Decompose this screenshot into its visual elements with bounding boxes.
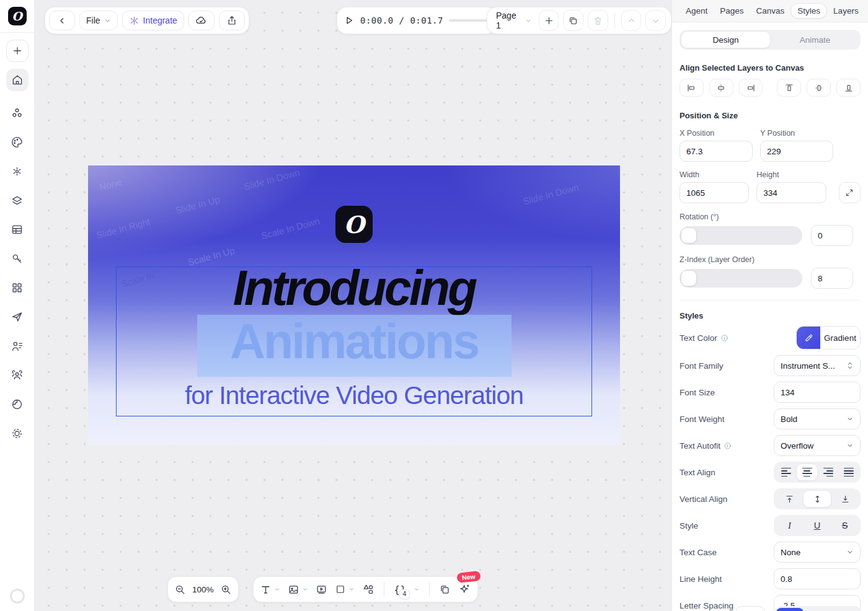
text-color-button[interactable]: Gradient [796, 326, 861, 349]
shape-tool[interactable] [335, 584, 355, 595]
video-tool[interactable] [316, 584, 327, 596]
sidebar-item-share[interactable] [10, 309, 25, 324]
duplicate-tool[interactable] [439, 584, 451, 596]
height-field[interactable] [756, 182, 826, 203]
zindex-field[interactable] [811, 268, 853, 289]
vertical-align-middle-button[interactable] [803, 490, 831, 508]
image-tool[interactable] [288, 584, 308, 596]
share-button[interactable] [219, 11, 245, 30]
add-page-button[interactable] [539, 10, 559, 31]
rotation-slider[interactable] [680, 226, 802, 245]
sidebar-item-apps[interactable] [10, 280, 25, 295]
vertical-align-top-button[interactable] [776, 490, 803, 508]
x-position-field[interactable] [680, 141, 753, 162]
align-center-horizontal-button[interactable] [709, 79, 733, 97]
integrate-sparkle-icon [129, 15, 140, 26]
sidebar-item-home[interactable] [6, 69, 29, 91]
app-logo-glyph: O [12, 9, 22, 23]
playback-progress-bar[interactable] [449, 19, 487, 22]
file-menu-button[interactable]: File [79, 11, 118, 30]
duplicate-page-button[interactable] [563, 10, 583, 31]
chevron-down-icon[interactable] [274, 586, 280, 592]
zoom-in-icon[interactable] [220, 584, 232, 596]
rotation-field[interactable] [811, 225, 853, 246]
rotation-slider-thumb[interactable] [681, 227, 697, 244]
sidebar-item-palette[interactable] [10, 134, 25, 149]
move-page-down-button[interactable] [645, 10, 666, 31]
tab-layers[interactable]: Layers [827, 4, 865, 18]
zindex-slider-thumb[interactable] [681, 270, 697, 286]
sidebar-item-settings[interactable] [10, 426, 25, 441]
italic-button[interactable]: I [776, 517, 804, 534]
tab-canvas[interactable]: Canvas [750, 4, 791, 18]
text-autofit-select[interactable]: Overflow [774, 435, 861, 456]
tab-pages[interactable]: Pages [714, 4, 750, 18]
chevron-down-icon[interactable] [414, 586, 420, 592]
app-logo[interactable]: O [8, 7, 27, 25]
sidebar-item-team[interactable] [10, 367, 25, 382]
canvas-workspace[interactable]: File Integrate 0:00.0 / 0:01.7 [35, 0, 671, 611]
width-label: Width [680, 170, 749, 179]
text-case-select[interactable]: None [774, 542, 861, 563]
font-family-select[interactable]: Instrument S... [774, 355, 861, 376]
chevron-left-icon [58, 16, 67, 25]
zoom-level[interactable]: 100% [192, 585, 214, 594]
layer-selection-outline[interactable] [116, 266, 592, 416]
width-field[interactable] [680, 182, 749, 203]
align-center-vertical-button[interactable] [807, 79, 831, 97]
sidebar-item-access[interactable] [10, 251, 25, 266]
sidebar-item-effects[interactable] [10, 164, 25, 178]
chevron-down-icon[interactable] [302, 586, 308, 592]
text-tool[interactable] [260, 584, 280, 596]
zoom-out-icon[interactable] [174, 584, 186, 596]
play-icon[interactable] [343, 15, 355, 26]
strikethrough-button[interactable]: S [831, 517, 859, 534]
align-text-right-icon [823, 468, 833, 477]
sidebar-item-table[interactable] [10, 222, 25, 237]
delete-page-button[interactable] [588, 10, 608, 31]
font-weight-select[interactable]: Bold [774, 408, 861, 429]
ai-magic-tool[interactable]: New [458, 583, 471, 596]
integrate-button[interactable]: Integrate [122, 11, 184, 30]
elements-tool[interactable] [362, 583, 374, 596]
slide-logo[interactable]: O [335, 206, 373, 243]
layers-icon [11, 194, 24, 207]
zindex-slider[interactable] [680, 269, 802, 288]
text-align-right-button[interactable] [818, 464, 838, 481]
cloud-sync-button[interactable] [188, 11, 215, 30]
position-size-title: Position & Size [680, 111, 861, 120]
text-align-center-button[interactable] [796, 464, 818, 481]
player-bar: 0:00.0 / 0:01.7 [337, 7, 497, 34]
sidebar-item-layers[interactable] [10, 193, 25, 208]
align-top-button[interactable] [777, 79, 801, 97]
slide-canvas[interactable]: None Slide In Up Slide In Down Slide In … [88, 165, 620, 445]
variables-tool[interactable]: {} 4 [394, 584, 420, 596]
line-height-field[interactable] [774, 568, 861, 589]
chevron-down-icon [651, 16, 660, 25]
app-window: O [0, 0, 868, 611]
vertical-align-bottom-button[interactable] [831, 490, 859, 508]
chevron-down-icon[interactable] [348, 586, 355, 592]
sidebar-item-components[interactable] [10, 105, 25, 120]
align-right-button[interactable] [739, 79, 763, 97]
tab-styles[interactable]: Styles [790, 3, 827, 19]
align-bottom-button[interactable] [836, 79, 861, 97]
back-button[interactable] [49, 11, 75, 30]
page-selector[interactable]: Page 1 [496, 11, 532, 30]
move-page-up-button[interactable] [621, 10, 642, 31]
font-size-field[interactable] [774, 382, 861, 403]
text-align-left-button[interactable] [776, 464, 796, 481]
sidebar-item-analytics[interactable] [10, 397, 25, 411]
underline-button[interactable]: U [804, 517, 831, 534]
resize-expand-button[interactable] [839, 182, 861, 203]
sidebar-item-user-list[interactable] [10, 338, 25, 353]
tab-animate[interactable]: Animate [771, 31, 859, 48]
add-button[interactable] [6, 40, 29, 62]
text-align-justify-button[interactable] [838, 464, 859, 481]
tab-design[interactable]: Design [681, 31, 771, 48]
align-left-button[interactable] [680, 79, 704, 97]
y-position-field[interactable] [760, 141, 833, 162]
tab-agent[interactable]: Agent [680, 4, 714, 18]
gradient-color-chip[interactable] [797, 326, 820, 349]
zindex-label: Z-Index (Layer Order) [680, 255, 861, 264]
